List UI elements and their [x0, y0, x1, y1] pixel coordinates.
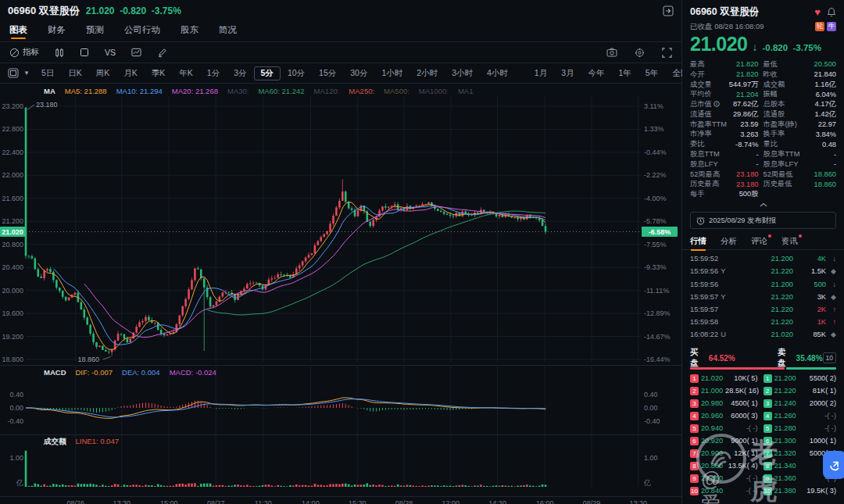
market-status: 已收盘 08/28 16:08:09 [690, 22, 764, 32]
period-1分[interactable]: 1分 [200, 66, 227, 80]
snapshot-camera-icon[interactable] [606, 48, 617, 57]
tab-holders[interactable]: 股东 [181, 22, 198, 36]
volume-legend: 成交额 LINE1: 0.047 [44, 437, 119, 447]
level-volume: -( -) [746, 474, 764, 482]
level-price: 21.200 [774, 374, 801, 382]
period-dropdown-button[interactable]: ▼ [8, 68, 30, 78]
tab-forecast[interactable]: 预测 [86, 22, 104, 36]
tab-profile[interactable]: 简况 [219, 22, 237, 36]
quote-tab-分析[interactable]: 分析 [721, 235, 737, 247]
chart-style-button[interactable] [131, 48, 141, 57]
quote-tab-资讯[interactable]: 资讯 [781, 235, 798, 247]
earnings-calendar-row[interactable]: 2025/08/29 发布财报 [690, 212, 836, 229]
svg-text:19.200: 19.200 [2, 333, 23, 341]
stat-row: 总市值87.62亿总股本4.17亿 [690, 99, 836, 109]
stat-value: 21.204 [736, 91, 763, 98]
header-price: 21.020 -0.820 -3.75% [86, 5, 181, 16]
bid-level[interactable]: 520.940-( -) [690, 424, 764, 433]
stat-label: 市盈率(静) [764, 120, 797, 130]
stat-label: 股息率LFY [764, 159, 799, 170]
period-3分[interactable]: 3分 [227, 66, 253, 80]
collapse-panel-icon[interactable] [663, 5, 674, 16]
ask-level[interactable]: 121.2005500( 2) [764, 374, 837, 383]
tab-chart[interactable]: 图表 [9, 22, 27, 36]
tape-direction-icon: ◆ [826, 331, 836, 338]
period-15分[interactable]: 15分 [312, 66, 343, 80]
stat-label: 流通股 [764, 109, 785, 120]
bid-level[interactable]: 420.9606000( 3) [690, 412, 764, 420]
period-1小时[interactable]: 1小时 [374, 66, 409, 80]
ask-level[interactable]: 321.2402000( 2) [764, 399, 837, 408]
quote-tab-行情[interactable]: 行情 [690, 235, 706, 247]
level-volume: -( -) [824, 412, 836, 420]
indicator-button[interactable]: 指标 [9, 47, 39, 58]
tab-corp-actions[interactable]: 公司行动 [124, 22, 160, 36]
earnings-date-label: 2025/08/29 发布财报 [709, 216, 776, 226]
level-number: 8 [764, 462, 772, 470]
period-月K[interactable]: 月K [116, 66, 145, 80]
period-3月[interactable]: 3月 [554, 66, 581, 80]
bid-level[interactable]: 1020.840-( -) [690, 487, 764, 495]
stats-grid: 最高21.820最低20.500今开21.820昨收21.840成交量544.9… [682, 59, 844, 199]
level-number: 3 [764, 399, 772, 408]
level-volume: 6000( 3) [731, 412, 763, 420]
period-周K[interactable]: 周K [89, 66, 117, 80]
compare-candles-button[interactable] [55, 48, 64, 58]
bid-level[interactable]: 720.90012K( 1) [690, 449, 764, 458]
ask-level[interactable]: 221.22081K( 1) [764, 387, 837, 395]
chart-settings-gear-icon[interactable] [635, 48, 645, 58]
period-10分[interactable]: 10分 [281, 66, 312, 80]
depth-levels-button[interactable]: 10 [823, 352, 836, 363]
bid-level[interactable]: 820.88013.5K( 4) [690, 462, 764, 470]
ask-level[interactable]: 421.260-( -) [764, 412, 837, 420]
period-5日[interactable]: 5日 [34, 66, 61, 80]
period-1年[interactable]: 1年 [612, 66, 638, 80]
stat-cell: 成交额1.16亿 [764, 80, 837, 90]
candlestick-chart[interactable]: 23.2003.11%22.8001.33%22.400-0.44%22.000… [0, 84, 681, 365]
badge-牛[interactable]: 牛 [827, 22, 836, 31]
alert-bell-icon[interactable] [827, 7, 836, 17]
level-price: 21.320 [774, 449, 801, 457]
period-季K[interactable]: 季K [145, 66, 173, 80]
stat-value: 4.17亿 [815, 99, 836, 109]
stat-row: 历史最高23.180历史最低18.860 [690, 180, 836, 190]
svg-text:20.400: 20.400 [2, 263, 23, 271]
ask-level[interactable]: 521.280-( -) [764, 424, 837, 433]
share-button[interactable] [823, 451, 844, 479]
tape-time: 15:59:57Y [690, 293, 756, 301]
period-5年[interactable]: 5年 [638, 66, 665, 80]
vs-compare-button[interactable]: VS [105, 48, 116, 57]
bid-level[interactable]: 320.9804500( 1) [690, 399, 764, 408]
collapse-stats-button[interactable] [682, 199, 844, 209]
bid-level[interactable]: 121.02010K( 5) [690, 374, 764, 383]
favorite-heart-icon[interactable]: ♥ [814, 6, 821, 18]
level-volume: 12K( 1) [734, 449, 763, 457]
tape-row: 15:59:56Y21.2201.5K◆ [682, 265, 844, 277]
bid-level[interactable]: 920.860-( -) [690, 474, 764, 483]
level-price: 20.860 [701, 474, 728, 482]
period-4小时[interactable]: 4小时 [480, 66, 515, 80]
period-1月[interactable]: 1月 [528, 66, 554, 80]
info-icon[interactable] [713, 101, 720, 109]
tab-financials[interactable]: 财务 [48, 22, 66, 36]
period-5分[interactable]: 5分 [254, 66, 281, 80]
ask-level[interactable]: 621.3001000( 1) [764, 437, 837, 445]
stat-value: 1.16亿 [815, 80, 836, 90]
period-3小时[interactable]: 3小时 [445, 66, 480, 80]
period-2小时[interactable]: 2小时 [409, 66, 445, 80]
rectangle-tool-button[interactable] [80, 48, 89, 57]
badge-轮[interactable]: 轮 [815, 22, 824, 31]
period-30分[interactable]: 30分 [343, 66, 374, 80]
draw-tools-button[interactable] [157, 48, 167, 58]
bid-level[interactable]: 221.00028.5K( 16) [690, 387, 764, 395]
ask-level[interactable]: 1021.38019.5K( 3) [764, 487, 837, 495]
quote-tab-评论[interactable]: 评论 [751, 235, 767, 247]
period-日K[interactable]: 日K [61, 66, 89, 80]
period-今年[interactable]: 今年 [581, 66, 612, 80]
bid-level[interactable]: 620.9209000( 1) [690, 437, 764, 445]
fullscreen-icon[interactable] [662, 48, 672, 58]
period-年K[interactable]: 年K [172, 66, 200, 80]
stat-cell: 市盈率TTM23.59 [690, 120, 764, 130]
stat-value: 18.860 [814, 170, 836, 178]
level-number: 5 [690, 424, 699, 433]
